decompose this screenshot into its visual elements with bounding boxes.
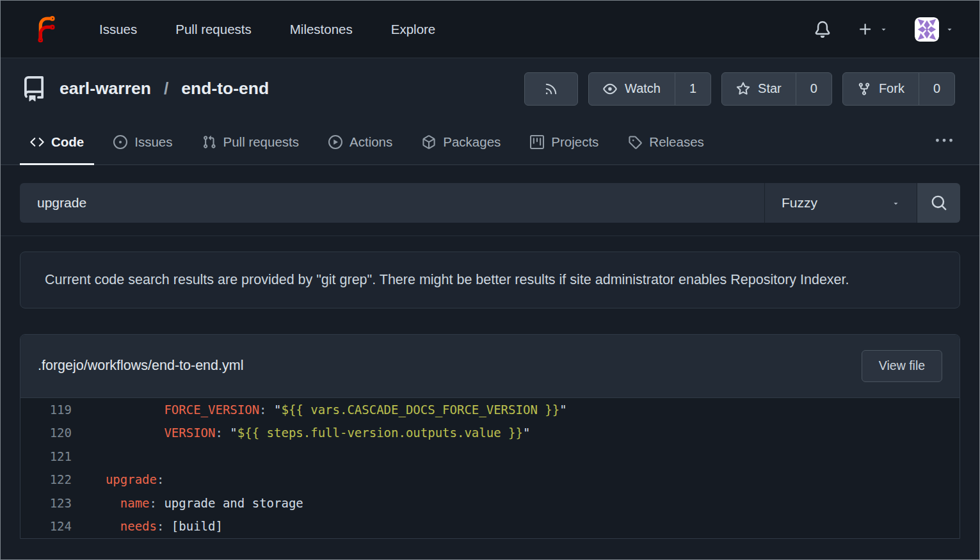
- search-result-card: .forgejo/workflows/end-to-end.yml View f…: [20, 334, 960, 539]
- chevron-down-icon: [945, 25, 954, 33]
- tab-projects[interactable]: Projects: [520, 119, 609, 164]
- code-line: 120 VERSION: "${{ steps.full-version.out…: [20, 421, 960, 445]
- project-icon: [530, 135, 544, 149]
- star-count[interactable]: 0: [796, 73, 831, 105]
- rss-button[interactable]: [524, 72, 578, 106]
- tab-issues-label: Issues: [134, 134, 172, 150]
- notifications-button[interactable]: [814, 21, 831, 38]
- search-input[interactable]: [20, 183, 764, 223]
- tab-pull-requests-label: Pull requests: [223, 134, 300, 150]
- tab-actions[interactable]: Actions: [318, 119, 403, 164]
- line-number: 123: [20, 496, 88, 510]
- issue-opened-icon: [113, 135, 127, 149]
- fork-label: Fork: [879, 81, 904, 96]
- main-content: Fuzzy Current code search results are pr…: [1, 183, 979, 539]
- tab-code-label: Code: [51, 134, 84, 150]
- tab-releases-label: Releases: [649, 134, 703, 150]
- chevron-down-icon: [892, 199, 900, 207]
- eye-icon: [603, 82, 617, 96]
- code-line: 121: [20, 445, 960, 468]
- result-file-path[interactable]: .forgejo/workflows/end-to-end.yml: [38, 358, 243, 374]
- code-line-content: name: upgrade and storage: [88, 496, 303, 510]
- forgejo-logo-icon: [33, 15, 60, 44]
- nav-link-milestones[interactable]: Milestones: [290, 22, 353, 37]
- star-label: Star: [758, 81, 782, 96]
- navbar-right: [814, 17, 954, 42]
- section-divider: [1, 236, 979, 236]
- search-submit-button[interactable]: [917, 183, 960, 223]
- package-icon: [422, 135, 436, 149]
- kebab-horizontal-icon: [936, 132, 952, 149]
- nav-link-pull-requests[interactable]: Pull requests: [175, 22, 252, 37]
- forgejo-code-search-page: { "colors": { "brand_orange": "#ff6600",…: [0, 0, 980, 560]
- watch-label: Watch: [625, 81, 661, 96]
- search-mode-label: Fuzzy: [782, 195, 817, 211]
- watch-button-main: Watch: [589, 73, 675, 105]
- repo-owner-link[interactable]: earl-warren: [60, 79, 151, 99]
- line-number: 124: [20, 519, 88, 533]
- star-icon: [736, 82, 750, 96]
- code-line-content: needs: [build]: [88, 519, 223, 533]
- repo-header: earl-warren / end-to-end Watch 1 Star: [1, 58, 979, 119]
- top-navbar: Issues Pull requests Milestones Explore: [1, 1, 979, 58]
- watch-button[interactable]: Watch 1: [588, 72, 711, 106]
- star-button[interactable]: Star 0: [721, 72, 832, 106]
- fork-count[interactable]: 0: [919, 73, 954, 105]
- code-icon: [30, 135, 44, 149]
- line-number: 120: [20, 426, 88, 440]
- repo-title: earl-warren / end-to-end: [21, 76, 269, 102]
- code-line: 119 FORCE_VERSION: "${{ vars.CASCADE_DOC…: [20, 398, 960, 422]
- code-line-content: VERSION: "${{ steps.full-version.outputs…: [88, 426, 530, 440]
- tab-code[interactable]: Code: [20, 119, 94, 164]
- tab-pull-requests[interactable]: Pull requests: [192, 119, 310, 164]
- user-menu-button[interactable]: [915, 17, 954, 42]
- fork-icon: [857, 82, 871, 96]
- repo-path-separator: /: [164, 79, 168, 99]
- bell-icon: [814, 21, 831, 38]
- search-icon: [931, 195, 947, 211]
- line-number: 121: [20, 449, 88, 463]
- avatar: [915, 17, 939, 42]
- search-mode-dropdown[interactable]: Fuzzy: [764, 183, 917, 223]
- repo-actions: Watch 1 Star 0 Fork 0: [524, 72, 955, 106]
- watch-count[interactable]: 1: [675, 73, 711, 105]
- repo-name-link[interactable]: end-to-end: [181, 79, 269, 99]
- plus-icon: [858, 22, 873, 37]
- tab-projects-label: Projects: [551, 134, 598, 150]
- tab-packages[interactable]: Packages: [412, 119, 511, 164]
- nav-link-explore[interactable]: Explore: [391, 22, 436, 37]
- nav-link-issues[interactable]: Issues: [99, 22, 137, 37]
- tab-overflow-button[interactable]: [936, 132, 952, 151]
- chevron-down-icon: [880, 25, 888, 33]
- tab-packages-label: Packages: [443, 134, 501, 150]
- code-block: 119 FORCE_VERSION: "${{ vars.CASCADE_DOC…: [20, 398, 960, 538]
- fork-button-main: Fork: [843, 73, 919, 105]
- code-line-content: upgrade:: [88, 472, 164, 486]
- code-line: 123 name: upgrade and storage: [20, 492, 960, 515]
- result-card-header: .forgejo/workflows/end-to-end.yml View f…: [20, 335, 960, 398]
- tab-issues[interactable]: Issues: [103, 119, 182, 164]
- code-line-content: FORCE_VERSION: "${{ vars.CASCADE_DOCS_FO…: [88, 403, 567, 417]
- tag-icon: [628, 135, 642, 149]
- indexer-notice: Current code search results are provided…: [20, 252, 960, 308]
- code-line: 124 needs: [build]: [20, 515, 960, 538]
- git-pull-request-icon: [202, 135, 216, 149]
- play-circle-icon: [328, 135, 342, 149]
- code-search-bar: Fuzzy: [20, 183, 960, 223]
- create-new-button[interactable]: [858, 22, 888, 37]
- star-button-main: Star: [722, 73, 796, 105]
- fork-button[interactable]: Fork 0: [842, 72, 955, 106]
- code-line: 122 upgrade:: [20, 468, 960, 492]
- nav-links: Issues Pull requests Milestones Explore: [99, 22, 435, 37]
- repo-icon: [21, 76, 47, 102]
- rss-icon: [544, 82, 558, 96]
- forgejo-logo[interactable]: [33, 15, 60, 44]
- tab-actions-label: Actions: [349, 134, 392, 150]
- tab-releases[interactable]: Releases: [618, 119, 714, 164]
- view-file-button[interactable]: View file: [862, 350, 942, 382]
- line-number: 122: [20, 472, 88, 486]
- repo-tabbar: Code Issues Pull requests Actions Packag…: [1, 119, 979, 165]
- line-number: 119: [20, 403, 88, 417]
